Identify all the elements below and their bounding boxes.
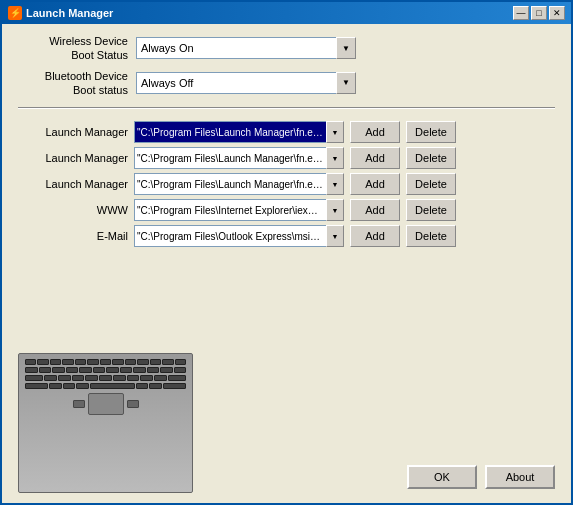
main-content: Wireless Device Boot Status Always On Al…: [2, 24, 571, 503]
delete-button-5[interactable]: Delete: [406, 225, 456, 247]
delete-button-3[interactable]: Delete: [406, 173, 456, 195]
launch-path-select-1[interactable]: "C:\Program Files\Launch Manager\fn.exe": [134, 121, 344, 143]
bluetooth-row: Bluetooth Device Boot status Always On A…: [18, 69, 555, 98]
launch-path-wrapper-3: "C:\Program Files\Launch Manager\fn.exe"…: [134, 173, 344, 195]
launch-section: Launch Manager "C:\Program Files\Launch …: [18, 121, 555, 247]
launch-path-select-4[interactable]: "C:\Program Files\Internet Explorer\iexp…: [134, 199, 344, 221]
launch-label-3: Launch Manager: [18, 178, 128, 190]
launch-path-wrapper-2: "C:\Program Files\Launch Manager\fn.exe"…: [134, 147, 344, 169]
launch-path-wrapper-4: "C:\Program Files\Internet Explorer\iexp…: [134, 199, 344, 221]
launch-row-4: WWW "C:\Program Files\Internet Explorer\…: [18, 199, 555, 221]
laptop-image: [18, 353, 193, 493]
wireless-select-wrapper: Always On Always Off ▼: [136, 37, 356, 59]
close-button[interactable]: ✕: [549, 6, 565, 20]
app-icon: ⚡: [8, 6, 22, 20]
footer-buttons: OK About: [407, 465, 555, 493]
add-button-5[interactable]: Add: [350, 225, 400, 247]
bluetooth-select-wrapper: Always On Always Off ▼: [136, 72, 356, 94]
trackpad: [88, 393, 124, 415]
bluetooth-label: Bluetooth Device Boot status: [18, 69, 128, 98]
minimize-button[interactable]: —: [513, 6, 529, 20]
launch-path-wrapper-1: "C:\Program Files\Launch Manager\fn.exe"…: [134, 121, 344, 143]
maximize-button[interactable]: □: [531, 6, 547, 20]
launch-path-wrapper-5: "C:\Program Files\Outlook Express\msimn.…: [134, 225, 344, 247]
title-bar: ⚡ Launch Manager — □ ✕: [2, 2, 571, 24]
launch-label-2: Launch Manager: [18, 152, 128, 164]
launch-row-5: E-Mail "C:\Program Files\Outlook Express…: [18, 225, 555, 247]
add-button-3[interactable]: Add: [350, 173, 400, 195]
delete-button-1[interactable]: Delete: [406, 121, 456, 143]
delete-button-2[interactable]: Delete: [406, 147, 456, 169]
wireless-select[interactable]: Always On Always Off: [136, 37, 356, 59]
launch-path-select-2[interactable]: "C:\Program Files\Launch Manager\fn.exe": [134, 147, 344, 169]
delete-button-4[interactable]: Delete: [406, 199, 456, 221]
bluetooth-select[interactable]: Always On Always Off: [136, 72, 356, 94]
launch-label-1: Launch Manager: [18, 126, 128, 138]
wireless-row: Wireless Device Boot Status Always On Al…: [18, 34, 555, 63]
title-bar-left: ⚡ Launch Manager: [8, 6, 113, 20]
divider: [18, 107, 555, 109]
add-button-2[interactable]: Add: [350, 147, 400, 169]
launch-manager-window: ⚡ Launch Manager — □ ✕ Wireless Device B…: [0, 0, 573, 505]
launch-row-1: Launch Manager "C:\Program Files\Launch …: [18, 121, 555, 143]
title-buttons: — □ ✕: [513, 6, 565, 20]
launch-label-4: WWW: [18, 204, 128, 216]
launch-path-select-3[interactable]: "C:\Program Files\Launch Manager\fn.exe": [134, 173, 344, 195]
launch-path-select-5[interactable]: "C:\Program Files\Outlook Express\msimn.…: [134, 225, 344, 247]
add-button-4[interactable]: Add: [350, 199, 400, 221]
launch-label-5: E-Mail: [18, 230, 128, 242]
about-button[interactable]: About: [485, 465, 555, 489]
add-button-1[interactable]: Add: [350, 121, 400, 143]
ok-button[interactable]: OK: [407, 465, 477, 489]
window-title: Launch Manager: [26, 7, 113, 19]
launch-row-3: Launch Manager "C:\Program Files\Launch …: [18, 173, 555, 195]
launch-row-2: Launch Manager "C:\Program Files\Launch …: [18, 147, 555, 169]
wireless-label: Wireless Device Boot Status: [18, 34, 128, 63]
